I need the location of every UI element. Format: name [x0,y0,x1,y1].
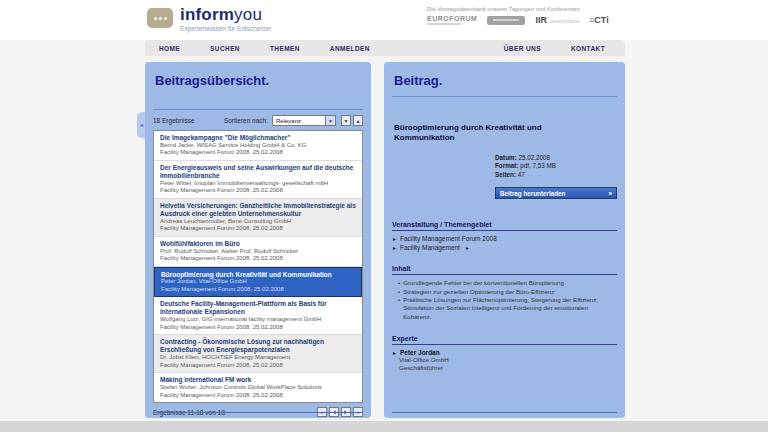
pagination-status: Ergebnisse 11-18 von 18 [153,409,317,416]
beitragsuebersicht-panel: Beitragsübersicht. 18 Ergebnisse Sortier… [145,62,371,418]
beitrag-panel: Beitrag. Bürooptimierung durch Kreativit… [384,62,625,418]
pagination-controls: «◄►» [317,407,363,417]
list-item-author: Peter Wittel, Imoplan Immobilienverwaltu… [160,180,356,188]
theme-link-label: Facility Management [400,244,460,251]
cti-logo: ≡CTi [589,15,609,25]
list-item-author: Wolfgang Lutz, GIG international facilit… [160,316,356,324]
euroforum-logo: EUROFORUM [427,15,477,25]
section-heading-inhalt: Inhalt [392,265,617,275]
list-item[interactable]: Bürooptimierung durch Kreativität und Ko… [154,267,362,298]
link-arrow-icon: ► [392,350,397,356]
list-item-author: Andreas Leuchtenmüller, Bene Consulting … [160,218,356,226]
list-item-title: Deutsche Facility-Management-Plattform a… [160,300,356,316]
download-button[interactable]: Beitrag herunterladen » [495,187,617,199]
list-item-event: Facility Management Forum 2008, 25.02.20… [160,362,356,370]
list-item-title: Wohlfühlfaktoren im Büro [160,240,356,248]
bullet-icon: • [398,279,400,287]
list-item-title: Helvetia Versicherungen: Ganzheitliche I… [160,202,356,218]
iir-logo: IIR deutschland [535,15,579,25]
list-item-title: Making international FM work [160,376,356,384]
bullet-icon: • [398,288,400,296]
theme-link[interactable]: ► Facility Management Forum 2008 ► [392,235,617,242]
logo-bold-part: inform [180,5,234,24]
list-panel-title: Beitragsübersicht. [145,62,371,88]
inhalt-bullet: • Strategien zur gezielten Optimierung d… [398,288,617,296]
next-page-button[interactable]: ► [341,407,351,417]
bullet-text: Strategien zur gezielten Optimierung der… [403,288,554,296]
expert-company: Vital-Office GmbH [399,356,617,364]
results-count: 18 Ergebnisse [153,117,224,124]
list-item-title: Der Energieausweis und seine Auswirkunge… [160,164,356,180]
list-item-event: Facility Management Forum 2008, 25.02.20… [160,149,356,157]
inhalt-bullet: • Grundlegende Fehler bei der konvention… [398,279,617,287]
inhalt-bullet-list: • Grundlegende Fehler bei der konvention… [398,279,617,321]
list-item-title: Bürooptimierung durch Kreativität und Ko… [161,271,355,279]
bullet-text: Grundlegende Fehler bei der konventionel… [403,279,564,287]
nav-tab[interactable]: KONTAKT [557,40,619,56]
detail-panel-title: Beitrag. [384,62,625,88]
sort-descending-button[interactable]: ▼ [341,115,351,126]
list-item-title: Contracting - Ökonomische Lösung zur nac… [160,338,356,354]
last-page-button[interactable]: » [353,407,363,417]
list-item[interactable]: Contracting - Ökonomische Lösung zur nac… [154,335,362,373]
list-item-event: Facility Management Forum 2008, 25.02.20… [161,286,355,294]
list-item-event: Facility Management Forum 2008, 25.02.20… [160,392,356,400]
logo-wordmark: informyou [180,6,271,23]
logo-light-part: you [234,5,262,24]
list-item[interactable]: Helvetia Versicherungen: Ganzheitliche I… [154,199,362,237]
bullet-icon: • [398,296,400,321]
meta-seiten: Seiten: 47 [495,171,617,180]
list-item[interactable]: Wohlfühlfaktoren im Büro Prof. Rudolf Sc… [154,237,362,267]
expert-name: Peter Jordan [400,349,440,356]
logo-tagline: Expertenwissen für Entscheider [180,25,271,32]
page-header: informyou Expertenwissen für Entscheider… [0,0,768,40]
link-arrow-icon: ► [392,236,397,242]
nav-tab[interactable]: ÜBER UNS [490,40,555,56]
sort-dropdown-value: Relevanz [273,118,325,124]
list-item[interactable]: Der Energieausweis und seine Auswirkunge… [154,161,362,199]
list-item-author: Stefan Wolter, Johnson Controls Global W… [160,384,356,392]
sort-ascending-button[interactable]: ▲ [353,115,363,126]
inhalt-bullet: • Praktische Lösungen zur Flächenoptimie… [398,296,617,321]
nav-tab[interactable]: THEMEN [256,40,314,56]
section-heading-experte: Experte [392,335,617,345]
nav-tab[interactable]: ANMELDEN [316,40,384,56]
meta-datum: Datum: 25.02.2008 [495,154,617,163]
partner-badge-logo [487,16,525,25]
nav-group-right: ÜBER UNSKONTAKT [490,40,621,56]
detail-item-title: Bürooptimierung durch Kreativität und Ko… [384,97,569,144]
section-heading-veranstaltung: Veranstaltung / Themengebiet [392,221,617,231]
download-arrow-icon: » [608,190,612,197]
bullet-text: Praktische Lösungen zur Flächenoptimieru… [403,296,617,321]
theme-link[interactable]: ► Facility Management ► [392,244,617,251]
sort-dropdown[interactable]: Relevanz ▼ [272,115,336,126]
list-item-event: Facility Management Forum 2008, 25.02.20… [160,324,356,332]
list-item[interactable]: Making international FM work Stefan Wolt… [154,373,362,403]
first-page-button[interactable]: « [317,407,327,417]
list-item-event: Facility Management Forum 2008, 25.02.20… [160,225,356,233]
nav-group-left: HOMESUCHENTHEMENANMELDEN [145,40,386,56]
list-item-title: Die Imagekampagne "Die Möglichmacher" [160,134,356,142]
prev-page-button[interactable]: ◄ [329,407,339,417]
list-item-event: Facility Management Forum 2008, 25.02.20… [160,187,356,195]
nav-tab[interactable]: SUCHEN [196,40,254,56]
expert-link[interactable]: ► Peter Jordan [392,349,617,356]
dropdown-arrow-icon: ▼ [325,116,335,125]
list-item[interactable]: Die Imagekampagne "Die Möglichmacher" Be… [154,131,362,161]
list-item-author: Peter Jordan, Vital-Office GmbH [161,278,355,286]
partners-caption: Die Vortragsdatenbank unserer Tagungen u… [427,6,637,12]
page-footer-bar [0,421,768,432]
list-item[interactable]: Deutsche Facility-Management-Plattform a… [154,297,362,335]
nav-tab[interactable]: HOME [145,40,194,56]
list-item-author: Prof. Rudolf Schricker, Atelier Prof. Ru… [160,248,356,256]
list-item-author: Dr. Jobst Klien, HOCHTIEF Energy Managem… [160,354,356,362]
list-item-event: Facility Management Forum 2008, 25.02.20… [160,255,356,263]
logo[interactable]: informyou Expertenwissen für Entscheider [147,6,271,32]
meta-format: Format: pdf, 7,53 MB [495,162,617,171]
download-button-label: Beitrag herunterladen [500,190,565,197]
collapse-arrow-icon: ◄ [139,122,144,128]
sort-label: Sortieren nach: [224,117,268,124]
three-dots-logo-icon [147,8,173,28]
main-navigation: HOMESUCHENTHEMENANMELDEN ÜBER UNSKONTAKT [145,40,625,56]
partner-logos: Die Vortragsdatenbank unserer Tagungen u… [427,6,637,25]
